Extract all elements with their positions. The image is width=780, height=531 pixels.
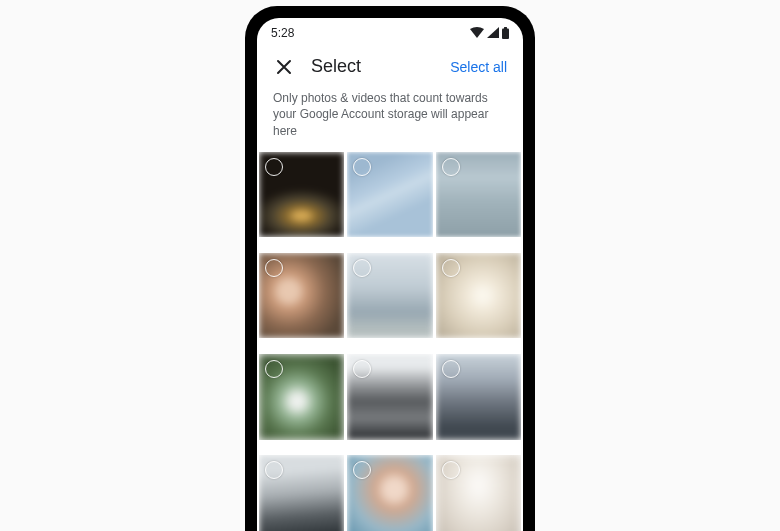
photo-grid bbox=[257, 152, 523, 531]
photo-thumbnail[interactable] bbox=[259, 455, 344, 531]
select-circle-icon bbox=[265, 259, 283, 277]
signal-icon bbox=[487, 27, 499, 38]
photo-thumbnail[interactable] bbox=[259, 354, 344, 439]
close-button[interactable] bbox=[271, 54, 297, 80]
info-text: Only photos & videos that count towards … bbox=[257, 86, 523, 152]
svg-rect-0 bbox=[502, 28, 509, 39]
battery-icon bbox=[502, 27, 509, 39]
photo-thumbnail[interactable] bbox=[347, 152, 432, 237]
select-circle-icon bbox=[442, 158, 460, 176]
photo-thumbnail[interactable] bbox=[259, 253, 344, 338]
status-bar: 5:28 bbox=[257, 18, 523, 44]
page-title: Select bbox=[311, 56, 448, 77]
status-icons bbox=[470, 27, 509, 39]
select-all-button[interactable]: Select all bbox=[448, 55, 509, 79]
select-circle-icon bbox=[442, 259, 460, 277]
photo-thumbnail[interactable] bbox=[259, 152, 344, 237]
close-icon bbox=[275, 58, 293, 76]
photo-thumbnail[interactable] bbox=[436, 455, 521, 531]
photo-thumbnail[interactable] bbox=[347, 455, 432, 531]
photo-thumbnail[interactable] bbox=[436, 253, 521, 338]
photo-thumbnail[interactable] bbox=[347, 253, 432, 338]
screen: 5:28 Select Select all Only photos & vid… bbox=[257, 18, 523, 532]
phone-frame: 5:28 Select Select all Only photos & vid… bbox=[245, 6, 535, 532]
wifi-icon bbox=[470, 27, 484, 38]
select-circle-icon bbox=[265, 158, 283, 176]
select-circle-icon bbox=[442, 461, 460, 479]
svg-rect-1 bbox=[504, 27, 507, 29]
photo-thumbnail[interactable] bbox=[347, 354, 432, 439]
photo-thumbnail[interactable] bbox=[436, 354, 521, 439]
header: Select Select all bbox=[257, 44, 523, 86]
select-circle-icon bbox=[442, 360, 460, 378]
status-time: 5:28 bbox=[271, 26, 294, 40]
photo-thumbnail[interactable] bbox=[436, 152, 521, 237]
